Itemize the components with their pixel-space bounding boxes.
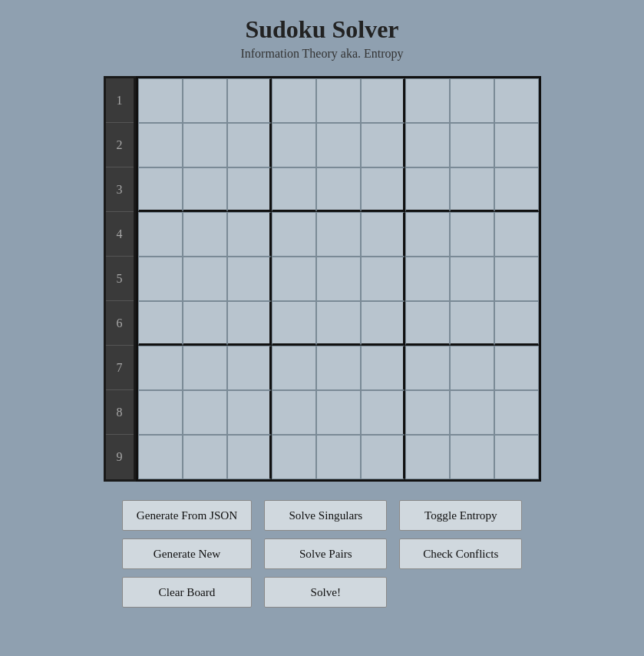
cell-r1c5[interactable] bbox=[316, 78, 361, 123]
input-r7c6[interactable] bbox=[362, 346, 403, 389]
input-r6c7[interactable] bbox=[406, 302, 449, 343]
cell-r3c2[interactable] bbox=[183, 167, 227, 212]
cell-r6c7[interactable] bbox=[405, 301, 450, 346]
input-r1c3[interactable] bbox=[228, 79, 269, 122]
input-r1c2[interactable] bbox=[183, 79, 226, 122]
cell-r7c1[interactable] bbox=[138, 346, 183, 390]
input-r5c3[interactable] bbox=[228, 257, 269, 300]
input-r7c3[interactable] bbox=[228, 346, 269, 389]
cell-r3c3[interactable] bbox=[227, 167, 272, 212]
cell-r1c8[interactable] bbox=[450, 78, 494, 123]
input-r1c7[interactable] bbox=[406, 79, 449, 122]
cell-r9c8[interactable] bbox=[450, 435, 494, 479]
input-r5c7[interactable] bbox=[406, 257, 449, 300]
cell-r4c3[interactable] bbox=[227, 212, 272, 257]
input-r3c9[interactable] bbox=[495, 168, 538, 210]
cell-r7c3[interactable] bbox=[227, 346, 272, 390]
cell-r6c5[interactable] bbox=[316, 301, 361, 346]
input-r8c9[interactable] bbox=[495, 391, 538, 434]
input-r7c2[interactable] bbox=[183, 346, 226, 389]
cell-r5c6[interactable] bbox=[361, 257, 405, 301]
input-r9c6[interactable] bbox=[362, 436, 403, 479]
input-r5c5[interactable] bbox=[317, 257, 360, 300]
input-r3c1[interactable] bbox=[139, 168, 182, 210]
cell-r8c5[interactable] bbox=[316, 390, 361, 435]
cell-r7c2[interactable] bbox=[183, 346, 227, 390]
cell-r6c4[interactable] bbox=[272, 301, 316, 346]
input-r2c8[interactable] bbox=[451, 124, 494, 167]
input-r2c2[interactable] bbox=[183, 124, 226, 167]
cell-r3c4[interactable] bbox=[272, 167, 316, 212]
cell-r5c4[interactable] bbox=[272, 257, 316, 301]
cell-r2c5[interactable] bbox=[316, 123, 361, 167]
cell-r6c8[interactable] bbox=[450, 301, 494, 346]
input-r3c6[interactable] bbox=[362, 168, 403, 210]
cell-r3c6[interactable] bbox=[361, 167, 405, 212]
input-r7c1[interactable] bbox=[139, 346, 182, 389]
input-r6c5[interactable] bbox=[317, 302, 360, 343]
cell-r1c1[interactable] bbox=[138, 78, 183, 123]
input-r4c4[interactable] bbox=[272, 213, 315, 256]
cell-r8c4[interactable] bbox=[272, 390, 316, 435]
input-r3c7[interactable] bbox=[406, 168, 449, 210]
input-r5c9[interactable] bbox=[495, 257, 538, 300]
input-r2c1[interactable] bbox=[139, 124, 182, 167]
input-r9c9[interactable] bbox=[495, 436, 538, 479]
input-r2c5[interactable] bbox=[317, 124, 360, 167]
input-r7c4[interactable] bbox=[272, 346, 315, 389]
input-r1c1[interactable] bbox=[139, 79, 182, 122]
cell-r3c9[interactable] bbox=[494, 167, 539, 212]
cell-r5c1[interactable] bbox=[138, 257, 183, 301]
cell-r4c7[interactable] bbox=[405, 212, 450, 257]
cell-r4c1[interactable] bbox=[138, 212, 183, 257]
cell-r6c3[interactable] bbox=[227, 301, 272, 346]
cell-r3c8[interactable] bbox=[450, 167, 494, 212]
cell-r4c4[interactable] bbox=[272, 212, 316, 257]
input-r4c7[interactable] bbox=[406, 213, 449, 256]
cell-r2c1[interactable] bbox=[138, 123, 183, 167]
input-r8c2[interactable] bbox=[183, 391, 226, 434]
cell-r4c6[interactable] bbox=[361, 212, 405, 257]
cell-r3c1[interactable] bbox=[138, 167, 183, 212]
input-r4c6[interactable] bbox=[362, 213, 403, 256]
input-r4c3[interactable] bbox=[228, 213, 269, 256]
cell-r8c2[interactable] bbox=[183, 390, 227, 435]
cell-r8c8[interactable] bbox=[450, 390, 494, 435]
cell-r1c7[interactable] bbox=[405, 78, 450, 123]
input-r5c2[interactable] bbox=[183, 257, 226, 300]
cell-r7c9[interactable] bbox=[494, 346, 539, 390]
cell-r9c1[interactable] bbox=[138, 435, 183, 479]
solve-singulars-button[interactable]: Solve Singulars bbox=[264, 500, 387, 531]
cell-r4c5[interactable] bbox=[316, 212, 361, 257]
cell-r5c8[interactable] bbox=[450, 257, 494, 301]
clear-board-button[interactable]: Clear Board bbox=[122, 577, 253, 608]
cell-r8c6[interactable] bbox=[361, 390, 405, 435]
toggle-entropy-button[interactable]: Toggle Entropy bbox=[399, 500, 522, 531]
check-conflicts-button[interactable]: Check Conflicts bbox=[399, 538, 522, 569]
cell-r6c9[interactable] bbox=[494, 301, 539, 346]
cell-r4c9[interactable] bbox=[494, 212, 539, 257]
input-r7c7[interactable] bbox=[406, 346, 449, 389]
cell-r7c8[interactable] bbox=[450, 346, 494, 390]
input-r1c8[interactable] bbox=[451, 79, 494, 122]
input-r4c1[interactable] bbox=[139, 213, 182, 256]
input-r4c2[interactable] bbox=[183, 213, 226, 256]
cell-r2c9[interactable] bbox=[494, 123, 539, 167]
cell-r5c7[interactable] bbox=[405, 257, 450, 301]
input-r8c4[interactable] bbox=[272, 391, 315, 434]
input-r9c1[interactable] bbox=[139, 436, 182, 479]
cell-r9c9[interactable] bbox=[494, 435, 539, 479]
input-r4c5[interactable] bbox=[317, 213, 360, 256]
cell-r9c5[interactable] bbox=[316, 435, 361, 479]
input-r4c9[interactable] bbox=[495, 213, 538, 256]
cell-r4c8[interactable] bbox=[450, 212, 494, 257]
input-r3c8[interactable] bbox=[451, 168, 494, 210]
cell-r2c7[interactable] bbox=[405, 123, 450, 167]
cell-r2c3[interactable] bbox=[227, 123, 272, 167]
input-r2c7[interactable] bbox=[406, 124, 449, 167]
input-r2c4[interactable] bbox=[272, 124, 315, 167]
input-r9c7[interactable] bbox=[406, 436, 449, 479]
cell-r1c2[interactable] bbox=[183, 78, 227, 123]
input-r2c6[interactable] bbox=[362, 124, 403, 167]
input-r7c8[interactable] bbox=[451, 346, 494, 389]
